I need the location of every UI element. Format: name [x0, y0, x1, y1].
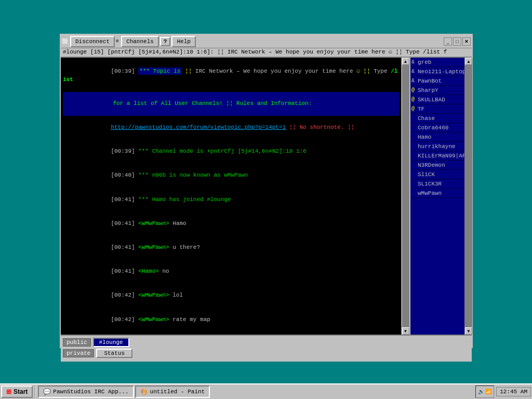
- message-join: [00:41] *** Hamo has joined #lounge: [63, 188, 399, 211]
- start-button[interactable]: ⊞ Start: [1, 385, 33, 398]
- toolbar: ⬜ Disconnect ≡ Channels ? Help _ □ ✕: [61, 35, 472, 48]
- user-name-n3r: N3RDemon: [418, 162, 445, 168]
- taskbar-right: 🔊 📶 12:45 AM: [475, 385, 531, 398]
- help-icon-btn[interactable]: ?: [160, 37, 171, 46]
- user-name-sharpy: SharpY: [418, 87, 438, 94]
- disconnect-button[interactable]: Disconnect: [70, 36, 115, 47]
- user-prefix-sharpy: @: [411, 87, 417, 93]
- paint-app-icon: 🎨: [140, 388, 148, 396]
- scroll-track[interactable]: [402, 65, 409, 327]
- user-name-chase: Chase: [418, 115, 435, 122]
- user-prefix-greb: &: [411, 59, 417, 65]
- message-link: http://pawnstudios.com/forum/viewtopic.p…: [63, 116, 399, 140]
- taskbar-clock: 12:45 AM: [496, 387, 531, 396]
- irc-app-icon: 💬: [43, 388, 51, 396]
- user-prefix-tf: @: [411, 106, 417, 112]
- windows-logo: ⊞: [6, 388, 11, 395]
- toolbar-icon-channels: ≡: [116, 38, 119, 44]
- user-item-tf[interactable]: @ TF: [410, 104, 464, 114]
- chat-section: [00:39] *** Topic is ¦¦ IRC Network – We…: [61, 58, 409, 335]
- user-item-sharpy[interactable]: @ SharpY: [410, 86, 464, 95]
- message-chat-3: [00:41] <Hamo> no: [63, 260, 399, 284]
- user-name-cobra: Cobra6460: [418, 125, 448, 131]
- system-tray: 🔊 📶: [475, 385, 494, 398]
- taskbar: ⊞ Start 💬 PawnStudios IRC App... 🎨 untit…: [0, 383, 532, 399]
- users-panel: & greb & Neo1211-Laptop & PawnBot @: [409, 58, 472, 335]
- message-chat-2: [00:41] <wMwPawn> u there?: [63, 236, 399, 260]
- user-name-pawnbot: PawnBot: [418, 78, 442, 84]
- taskbar-paint-item[interactable]: 🎨 untitled - Paint: [135, 385, 210, 398]
- main-area: [00:39] *** Topic is ¦¦ IRC Network – We…: [61, 58, 472, 335]
- toolbar-icon-disconnect: ⬜: [62, 38, 68, 45]
- user-item-neo1211[interactable]: & Neo1211-Laptop: [410, 67, 464, 76]
- bottom-tabs-area: public #lounge private Status: [61, 335, 472, 362]
- message-chat-1: [00:41] <wMwPawn> Hamo: [63, 211, 399, 235]
- user-item-chase[interactable]: Chase: [410, 114, 464, 123]
- user-item-pawnbot[interactable]: & PawnBot: [410, 76, 464, 86]
- users-scroll-track[interactable]: [465, 65, 472, 327]
- message-topic-cont: for a list of All User Channels! ¦¦ Rule…: [63, 92, 399, 116]
- users-panel-inner: & greb & Neo1211-Laptop & PawnBot @: [410, 58, 472, 335]
- users-scroll-down[interactable]: ▼: [465, 327, 472, 335]
- user-name-hamo: Hamo: [418, 134, 431, 140]
- message-mode: [00:39] *** Channel mode is +pntrCfj [5j…: [63, 140, 399, 164]
- chat-messages: [00:39] *** Topic is ¦¦ IRC Network – We…: [63, 60, 399, 335]
- user-item-hamo[interactable]: Hamo: [410, 132, 464, 142]
- user-name-hurrik: hurrikhayne: [418, 143, 456, 150]
- message-chat-5: [00:42] <wMwPawn> rate my map: [63, 308, 399, 331]
- private-label: private: [63, 349, 94, 357]
- scroll-up-btn[interactable]: ▲: [402, 58, 409, 65]
- scroll-down-btn[interactable]: ▼: [402, 327, 409, 335]
- user-name-tf: TF: [418, 106, 424, 112]
- user-name-sl1ck: Sl1CK: [418, 171, 435, 178]
- user-name-neo1211: Neo1211-Laptop: [418, 69, 464, 75]
- user-item-n3r[interactable]: N3RDemon: [410, 161, 464, 170]
- user-item-sl1ck[interactable]: Sl1CK: [410, 170, 464, 179]
- user-item-greb[interactable]: & greb: [410, 58, 464, 67]
- user-item-killer[interactable]: KILLErMaN99|AFK: [410, 151, 464, 161]
- user-item-wmwpawn[interactable]: wMwPawn: [410, 189, 464, 198]
- user-prefix-skullbad: @: [411, 97, 417, 102]
- private-tab-row: private Status: [63, 349, 470, 358]
- user-prefix-pawnbot: &: [411, 78, 417, 84]
- users-scroll-up[interactable]: ▲: [465, 58, 472, 65]
- close-button[interactable]: ✕: [462, 37, 471, 46]
- user-name-wmwpawn: wMwPawn: [418, 190, 442, 196]
- user-name-skullbad: SKULLBAD: [418, 97, 445, 103]
- chat-scrollbar[interactable]: ▲ ▼: [401, 58, 409, 335]
- user-item-hurrik[interactable]: hurrikhayne: [410, 142, 464, 151]
- user-name-sl1ck3r: SL1CK3R: [418, 181, 442, 187]
- user-prefix-neo1211: &: [411, 69, 417, 74]
- maximize-button[interactable]: □: [453, 37, 461, 46]
- tray-icon-2: 📶: [485, 389, 491, 395]
- user-item-sl1ck3r[interactable]: SL1CK3R: [410, 179, 464, 189]
- lounge-tab[interactable]: #lounge: [93, 338, 129, 347]
- message-nick1: [00:40] *** n00b is now known as wMwPawn: [63, 164, 399, 188]
- user-name-greb: greb: [418, 59, 431, 65]
- irc-window: ⬜ Disconnect ≡ Channels ? Help _ □ ✕ #lo…: [60, 34, 473, 348]
- users-list[interactable]: & greb & Neo1211-Laptop & PawnBot @: [410, 58, 464, 335]
- status-bar: #lounge [15] [pntrCfj [5j#14,6n#N2]:10 1…: [61, 48, 472, 58]
- channels-button[interactable]: Channels: [121, 36, 159, 47]
- users-scrollbar[interactable]: ▲ ▼: [464, 58, 472, 335]
- help-button[interactable]: Help: [171, 36, 195, 47]
- user-item-skullbad[interactable]: @ SKULLBAD: [410, 95, 464, 104]
- message-topic: [00:39] *** Topic is ¦¦ IRC Network – We…: [63, 60, 399, 92]
- public-tab-row: public #lounge: [63, 338, 470, 347]
- minimize-button[interactable]: _: [444, 37, 452, 46]
- desktop: ⬜ Disconnect ≡ Channels ? Help _ □ ✕ #lo…: [0, 0, 532, 399]
- user-item-cobra[interactable]: Cobra6460: [410, 123, 464, 132]
- status-tab[interactable]: Status: [96, 349, 132, 358]
- message-chat-6: [00:42] <wMwPawn> Jungle wars: [63, 331, 399, 335]
- public-label: public: [63, 338, 91, 347]
- user-name-killer: KILLErMaN99|AFK: [418, 153, 464, 159]
- taskbar-irc-item[interactable]: 💬 PawnStudios IRC App...: [38, 385, 134, 398]
- message-chat-4: [00:42] <wMwPawn> lol: [63, 284, 399, 308]
- taskbar-divider: [35, 385, 36, 398]
- tray-icon-1: 🔊: [478, 389, 484, 395]
- chat-area[interactable]: [00:39] *** Topic is ¦¦ IRC Network – We…: [61, 58, 401, 335]
